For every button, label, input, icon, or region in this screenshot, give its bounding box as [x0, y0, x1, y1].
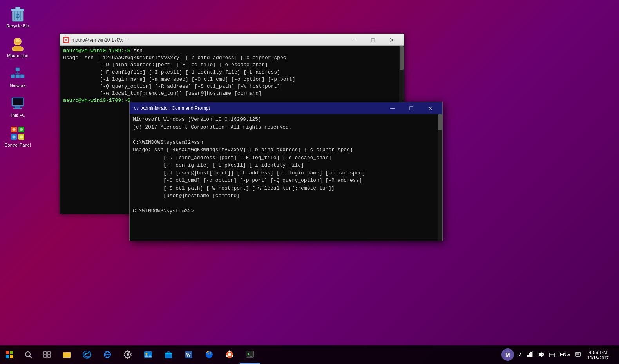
- svg-rect-53: [165, 354, 172, 358]
- tray-input-icon[interactable]: [547, 345, 557, 364]
- svg-rect-54: [165, 353, 172, 354]
- svg-rect-37: [10, 351, 13, 354]
- taskbar-terminal[interactable]: >_: [240, 345, 260, 364]
- cmd-terminal-window: C:\ Administrator: Command Prompt ─ □ ✕ …: [129, 102, 443, 241]
- network-label: Network: [10, 83, 25, 88]
- svg-rect-42: [43, 352, 47, 354]
- tray-action-center[interactable]: [572, 345, 583, 364]
- svg-rect-21: [15, 106, 20, 108]
- bash-minimize-button[interactable]: ─: [345, 34, 363, 45]
- taskbar-explorer[interactable]: [56, 345, 77, 364]
- clock-time: 4:59 PM: [588, 350, 607, 355]
- cmd-titlebar-icon: C:\: [133, 105, 139, 111]
- taskbar-ie[interactable]: [97, 345, 118, 364]
- svg-point-30: [20, 136, 23, 139]
- svg-rect-15: [20, 75, 24, 78]
- cmd-maximize-button[interactable]: □: [402, 103, 420, 114]
- svg-rect-39: [10, 355, 13, 358]
- svg-text:♻: ♻: [15, 13, 20, 19]
- taskbar-store[interactable]: [158, 345, 179, 364]
- svg-point-29: [13, 136, 16, 139]
- svg-rect-74: [576, 352, 580, 356]
- desktop-icons: ♻ Recycle Bin Mauro Huc: [0, 0, 35, 150]
- svg-rect-2: [15, 7, 20, 9]
- bash-titlebar-icon: [63, 37, 69, 43]
- tray-chevron[interactable]: ∧: [516, 345, 525, 364]
- taskbar-firefox[interactable]: [199, 345, 219, 364]
- tray-volume-icon[interactable]: [536, 345, 547, 364]
- cmd-output: Microsoft Windows [Version 10.0.16299.12…: [133, 116, 439, 215]
- svg-rect-14: [16, 75, 20, 78]
- taskbar-ubuntu[interactable]: [219, 345, 240, 364]
- svg-text:C:\: C:\: [134, 107, 139, 110]
- control-panel-icon[interactable]: Control Panel: [2, 123, 33, 150]
- svg-rect-36: [6, 351, 9, 354]
- bash-close-button[interactable]: ✕: [383, 34, 401, 45]
- cmd-titlebar: C:\ Administrator: Command Prompt ─ □ ✕: [130, 102, 442, 114]
- cmd-window-controls: ─ □ ✕: [384, 103, 439, 114]
- svg-rect-38: [6, 355, 9, 358]
- svg-rect-20: [13, 98, 23, 105]
- svg-rect-43: [47, 352, 51, 354]
- mauro-huc-label: Mauro Huc: [7, 53, 28, 58]
- user-avatar-circle: M: [501, 348, 514, 361]
- cmd-scrollbar-thumb: [438, 114, 442, 130]
- taskbar: W: [0, 345, 619, 364]
- svg-point-10: [16, 38, 20, 42]
- search-button[interactable]: [19, 345, 38, 364]
- svg-point-11: [13, 46, 22, 51]
- svg-rect-67: [529, 353, 530, 357]
- clock-date: 10/18/2017: [587, 355, 609, 360]
- svg-text:W: W: [186, 352, 191, 358]
- svg-rect-12: [16, 68, 20, 71]
- svg-rect-22: [13, 108, 22, 109]
- taskbar-edge[interactable]: [77, 345, 97, 364]
- svg-line-18: [18, 73, 22, 75]
- svg-rect-31: [64, 38, 68, 42]
- taskbar-apps: W: [56, 345, 260, 364]
- recycle-bin-icon[interactable]: ♻ Recycle Bin: [2, 4, 33, 31]
- cmd-close-button[interactable]: ✕: [421, 103, 439, 114]
- svg-line-17: [13, 73, 18, 75]
- svg-point-61: [232, 355, 233, 357]
- this-pc-icon[interactable]: This PC: [2, 93, 33, 120]
- show-desktop-button[interactable]: [613, 345, 616, 364]
- svg-point-27: [13, 128, 16, 131]
- svg-rect-44: [43, 355, 47, 357]
- cmd-title-text: Administrator: Command Prompt: [141, 105, 381, 111]
- network-desktop-icon[interactable]: Network: [2, 63, 33, 90]
- svg-rect-13: [11, 75, 15, 78]
- svg-point-50: [127, 353, 129, 356]
- bash-output: mauro@vm-win10-1709:~$ ssh usage: ssh [-…: [63, 47, 401, 105]
- cmd-minimize-button[interactable]: ─: [384, 103, 402, 114]
- control-panel-label: Control Panel: [5, 143, 31, 147]
- tray-user-avatar[interactable]: M: [499, 345, 516, 364]
- svg-rect-69: [532, 351, 533, 357]
- svg-point-62: [226, 355, 228, 357]
- bash-titlebar: mauro@vm-win10-1709: ~ ─ □ ✕: [60, 34, 404, 46]
- cmd-content[interactable]: Microsoft Windows [Version 10.0.16299.12…: [130, 114, 442, 241]
- bash-maximize-button[interactable]: □: [364, 34, 382, 45]
- task-view-button[interactable]: [38, 345, 56, 364]
- taskbar-photos[interactable]: [138, 345, 158, 364]
- svg-text:>_: >_: [247, 352, 252, 357]
- svg-marker-70: [539, 352, 542, 357]
- svg-point-28: [20, 128, 23, 131]
- taskbar-word[interactable]: W: [179, 345, 199, 364]
- svg-point-59: [228, 353, 231, 356]
- tray-network-icon[interactable]: [525, 345, 536, 364]
- cmd-scrollbar[interactable]: [438, 114, 442, 241]
- tray-lang-label[interactable]: ENG: [557, 345, 572, 364]
- svg-rect-66: [527, 355, 529, 357]
- svg-rect-45: [47, 355, 51, 357]
- lang-text: ENG: [560, 352, 570, 357]
- svg-point-60: [229, 351, 231, 353]
- taskbar-settings[interactable]: [118, 345, 138, 364]
- start-button[interactable]: [0, 345, 19, 364]
- bash-scrollbar-thumb: [400, 46, 404, 70]
- recycle-bin-label: Recycle Bin: [6, 24, 29, 28]
- user-initial: M: [505, 351, 510, 358]
- mauro-huc-icon[interactable]: Mauro Huc: [2, 34, 33, 60]
- system-tray: M ∧: [499, 345, 619, 364]
- system-clock[interactable]: 4:59 PM 10/18/2017: [583, 345, 613, 364]
